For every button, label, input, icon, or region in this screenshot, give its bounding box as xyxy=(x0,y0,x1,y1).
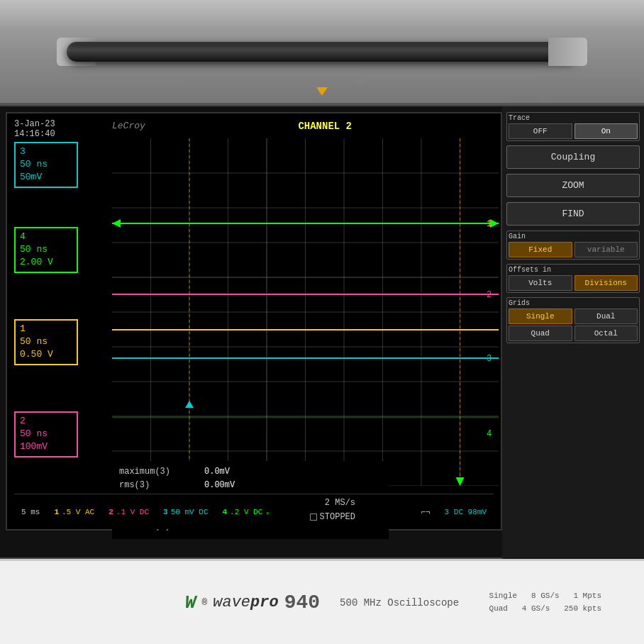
svg-marker-34 xyxy=(185,401,194,408)
ch4-volt: 2.00 V xyxy=(20,256,72,269)
model-number: 940 xyxy=(284,592,320,614)
gain-variable-button[interactable]: variable xyxy=(574,242,638,257)
offsets-group: Offsets in Volts Divisions xyxy=(506,264,640,293)
grids-dual-button[interactable]: Dual xyxy=(574,309,638,324)
grids-top-row: Single Dual xyxy=(509,309,638,324)
scope-spec: 500 MHz Oscilloscope xyxy=(340,597,459,609)
grids-group: Grids Single Dual Quad Octal xyxy=(506,297,640,343)
brand-label: W ® wavepro 940 500 MHz Oscilloscope xyxy=(185,592,459,614)
ch4-legend-val: .2 V DC xyxy=(230,508,262,516)
find-button[interactable]: FIND xyxy=(506,202,640,226)
sample-rate: 2 MS/s xyxy=(325,498,355,508)
offsets-divisions-button[interactable]: Divisions xyxy=(574,275,638,291)
trace-group: Trace OFF On xyxy=(506,112,640,141)
grids-single-button[interactable]: Single xyxy=(509,309,572,324)
ch3-volt: 50mV xyxy=(20,171,72,184)
ch-legend-4: 4 .2 V DC ₓ xyxy=(222,508,270,516)
svg-text:2: 2 xyxy=(487,290,492,300)
svg-marker-25 xyxy=(112,219,121,228)
date-display: 3-Jan-23 xyxy=(14,119,55,129)
ch1-info-box[interactable]: 1 50 ns 0.50 V xyxy=(14,319,78,365)
meas-value-2: 0.00mV xyxy=(204,479,235,492)
grids-bottom-row: Quad Octal xyxy=(509,326,638,341)
bottom-status-bar: 5 ms 1 .5 V AC 2 .1 V DC 3 50 mV DC 4 .2… xyxy=(14,494,494,529)
ch2-label: 2 xyxy=(20,415,72,428)
grids-label: Grids xyxy=(509,299,638,307)
ch3-info-box[interactable]: 3 50 ns 50mV xyxy=(14,142,78,188)
svg-rect-35 xyxy=(112,417,499,418)
ch2-time: 50 ns xyxy=(20,428,72,440)
lecroy-logo: LeCroy xyxy=(112,121,145,131)
registered-mark: ® xyxy=(201,597,207,608)
offsets-volts-button[interactable]: Volts xyxy=(509,275,572,291)
ch4-label: 4 xyxy=(20,231,72,243)
stopped-icon xyxy=(310,513,317,521)
svg-text:4: 4 xyxy=(487,429,492,439)
grids-octal-button[interactable]: Octal xyxy=(574,326,638,341)
grids-quad-button[interactable]: Quad xyxy=(509,326,572,341)
scope-outer: 3-Jan-23 14:16:40 LeCroy CHANNEL 2 3 50 … xyxy=(0,105,644,559)
offsets-label: Offsets in xyxy=(509,266,638,274)
zoom-button[interactable]: ZOOM xyxy=(506,174,640,197)
spec-single: Single 8 GS/s 1 Mpts xyxy=(489,590,601,603)
ch2-info-box[interactable]: 2 50 ns 100mV xyxy=(14,411,78,457)
gain-group: Gain Fixed variable xyxy=(506,231,640,260)
gain-fixed-button[interactable]: Fixed xyxy=(509,242,572,257)
ch1-legend-val: .5 V AC xyxy=(62,508,94,516)
ch1-time: 50 ns xyxy=(20,335,72,348)
triangle-indicator xyxy=(316,87,328,96)
ch4-time: 50 ns xyxy=(20,243,72,256)
ch3-label: 3 xyxy=(20,145,72,158)
handle-end-right xyxy=(548,38,587,66)
right-panel: Trace OFF On Coupling ZOOM FIND Gain Fix… xyxy=(502,106,644,560)
pro-text: pro xyxy=(250,594,279,611)
trace-on-button[interactable]: On xyxy=(574,123,638,139)
scope-screen: 3-Jan-23 14:16:40 LeCroy CHANNEL 2 3 50 … xyxy=(6,112,502,531)
spec-quad: Quad 4 GS/s 250 kpts xyxy=(489,603,601,616)
ch3-dc-val: 3 DC 98mV xyxy=(445,508,487,516)
stopped-badge: STOPPED xyxy=(310,512,355,522)
meas-value-1: 0.0mV xyxy=(204,465,230,479)
trace-btn-row: OFF On xyxy=(509,123,638,139)
ch2-volt: 100mV xyxy=(20,440,72,453)
waveform-shape: ⌐¬ xyxy=(421,508,430,516)
hardware-bottom: W ® wavepro 940 500 MHz Oscilloscope Sin… xyxy=(0,559,644,644)
coupling-button[interactable]: Coupling xyxy=(506,145,640,169)
offsets-btn-row: Volts Divisions xyxy=(509,275,638,291)
trace-off-button[interactable]: OFF xyxy=(509,123,572,139)
spec-right: Single 8 GS/s 1 Mpts Quad 4 GS/s 250 kpt… xyxy=(489,590,601,615)
ch-legend-2: 2 .1 V DC xyxy=(109,508,149,516)
meas-label-1: maximum(3) xyxy=(119,465,197,479)
meas-row-2: rms(3) 0.00mV xyxy=(119,479,382,492)
ch4-ref-mark: ₓ xyxy=(265,508,270,516)
channel-header: CHANNEL 2 xyxy=(298,121,352,132)
trace-label: Trace xyxy=(509,114,638,122)
gain-label: Gain xyxy=(509,233,638,240)
ch-legend-3: 3 50 mV DC xyxy=(163,508,208,516)
date-time: 3-Jan-23 14:16:40 xyxy=(14,119,55,139)
ch1-legend-num: 1 xyxy=(54,508,59,516)
stopped-label: STOPPED xyxy=(320,512,355,522)
time-display: 14:16:40 xyxy=(14,129,55,139)
ch4-info-box[interactable]: 4 50 ns 2.00 V xyxy=(14,227,78,273)
ch1-volt: 0.50 V xyxy=(20,348,72,361)
wavepro-text: wavepro xyxy=(213,594,278,611)
time-per-div: 5 ms xyxy=(21,508,40,516)
ch3-legend-val: 50 mV DC xyxy=(171,508,209,516)
ch-legend-1: 1 .5 V AC xyxy=(54,508,94,516)
ch3-legend-num: 3 xyxy=(163,508,168,516)
ch1-label: 1 xyxy=(20,323,72,335)
gain-btn-row: Fixed variable xyxy=(509,242,638,257)
w-logo: W xyxy=(185,592,196,614)
svg-text:1: 1 xyxy=(487,219,492,229)
handle-bar xyxy=(67,42,577,62)
ch2-legend-num: 2 xyxy=(109,508,113,516)
svg-text:3: 3 xyxy=(487,354,492,364)
meas-label-2: rms(3) xyxy=(119,479,197,492)
grid-area: 1 2 3 4 xyxy=(112,138,499,486)
hardware-top xyxy=(0,0,644,105)
ch4-legend-num: 4 xyxy=(222,508,227,516)
wave-text: wave xyxy=(213,594,250,611)
svg-marker-33 xyxy=(456,477,465,486)
meas-row-1: maximum(3) 0.0mV xyxy=(119,465,382,479)
